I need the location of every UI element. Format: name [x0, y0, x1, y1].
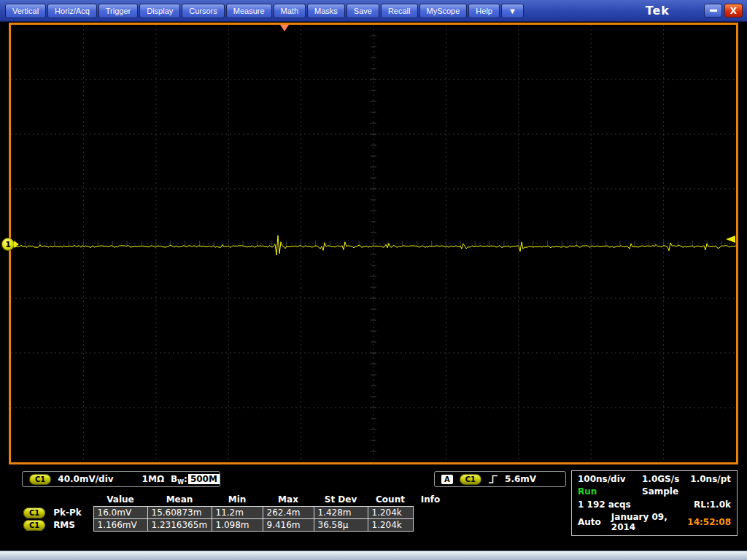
channel-1-marker[interactable]: 1 [1, 238, 19, 251]
tek-logo: Tek [646, 4, 670, 18]
rms-min: 1.098m [212, 519, 263, 532]
graticule: 1 [9, 23, 738, 464]
menu-bar: Vertical Horiz/Acq Trigger Display Curso… [0, 0, 747, 22]
measurement-name: Pk-Pk [53, 508, 82, 518]
close-icon: X [730, 6, 737, 16]
rms-mean: 1.2316365m [147, 519, 212, 532]
rms-max: 9.416m [263, 519, 314, 532]
time-display: 14:52:08 [687, 517, 731, 527]
pkpk-value: 16.0mV [93, 507, 147, 519]
channel-readout[interactable]: C1 40.0mV/div 1MΩ BW:500M [22, 471, 220, 487]
menu-button-dropdown[interactable]: ▼ [501, 4, 524, 18]
menu-button-recall[interactable]: Recall [381, 4, 418, 18]
table-row: C1 Pk-Pk 16.0mV 15.60873m 11.2m 262.4m 1… [20, 507, 448, 519]
acquisition-state: Run [578, 486, 642, 497]
menu-button-measure[interactable]: Measure [226, 4, 272, 18]
header-min: Min [212, 493, 263, 507]
acquisition-count: 1 192 acqs [578, 499, 642, 510]
table-row: C1 RMS 1.166mV 1.2316365m 1.098m 9.416m … [20, 519, 448, 532]
trigger-level-value: 5.6mV [505, 474, 536, 484]
menu-button-math[interactable]: Math [274, 4, 306, 18]
trigger-channel-badge: C1 [460, 474, 481, 485]
pkpk-mean: 15.60873m [147, 507, 212, 519]
taskbar-strip [0, 551, 747, 560]
trigger-source-badge: A [441, 475, 453, 484]
vertical-scale: 40.0mV/div [58, 474, 113, 484]
minimize-button[interactable] [704, 4, 722, 18]
rms-info [413, 519, 448, 532]
menu-button-save[interactable]: Save [347, 4, 379, 18]
menu-button-cursors[interactable]: Cursors [182, 4, 225, 18]
menu-button-horiz-acq[interactable]: Horiz/Acq [47, 4, 97, 18]
pkpk-min: 11.2m [212, 507, 263, 519]
header-info: Info [413, 493, 448, 507]
header-stdev: St Dev [314, 493, 368, 507]
bw-colon: : [184, 474, 187, 484]
close-button[interactable]: X [724, 4, 743, 18]
channel-1-marker-label: 1 [1, 238, 15, 251]
header-max: Max [263, 493, 314, 507]
menu-button-trigger[interactable]: Trigger [98, 4, 138, 18]
menu-button-masks[interactable]: Masks [307, 4, 345, 18]
measurement-channel-badge: C1 [23, 508, 45, 518]
channel-1-badge[interactable]: C1 [29, 474, 51, 485]
acquisition-mode: Sample [642, 486, 731, 497]
menu-button-myscope[interactable]: MyScope [419, 4, 468, 18]
measurement-channel-badge: C1 [23, 520, 45, 531]
record-length: RL:1.0k [694, 499, 731, 510]
trigger-level-arrow[interactable] [726, 236, 735, 243]
sample-rate-readout: 1.0GS/s [642, 474, 690, 484]
rms-stdev: 36.58µ [314, 519, 368, 532]
trigger-readout[interactable]: A C1 5.6mV [434, 471, 566, 487]
pkpk-info [413, 507, 448, 519]
pkpk-stdev: 1.428m [314, 507, 368, 519]
menu-button-vertical[interactable]: Vertical [5, 4, 46, 18]
pkpk-max: 262.4m [263, 507, 314, 519]
menu-button-help[interactable]: Help [468, 4, 500, 18]
date-display: January 09, 2014 [611, 512, 687, 532]
header-mean: Mean [147, 493, 212, 507]
timebase-readout: 100ns/div [578, 474, 642, 484]
bw-value: 500M [188, 474, 220, 484]
bw-sub: W [177, 479, 184, 486]
rms-count: 1.204k [368, 519, 413, 532]
rms-value: 1.166mV [93, 519, 147, 532]
measurement-header-row: Value Mean Min Max St Dev Count Info [20, 493, 448, 507]
waveform-display [11, 25, 736, 462]
acquisition-panel[interactable]: 100ns/div 1.0GS/s 1.0ns/pt Run Sample 1 … [571, 470, 738, 536]
resolution-readout: 1.0ns/pt [690, 474, 731, 484]
minimize-icon [710, 9, 717, 12]
input-impedance: 1MΩ [142, 474, 165, 484]
menu-button-display[interactable]: Display [139, 4, 180, 18]
trigger-position-marker[interactable] [280, 25, 289, 31]
graticule-grid [11, 25, 736, 462]
bandwidth-readout: BW:500M [171, 474, 220, 484]
trigger-mode: Auto [578, 517, 601, 527]
rising-edge-icon [488, 474, 498, 484]
measurement-table: Value Mean Min Max St Dev Count Info C1 … [20, 493, 448, 532]
header-count: Count [368, 493, 413, 507]
header-value: Value [93, 493, 147, 507]
channel-1-marker-arrow-icon [14, 241, 19, 248]
measurement-name: RMS [53, 520, 75, 530]
bw-label: B [171, 474, 177, 484]
pkpk-count: 1.204k [368, 507, 413, 519]
